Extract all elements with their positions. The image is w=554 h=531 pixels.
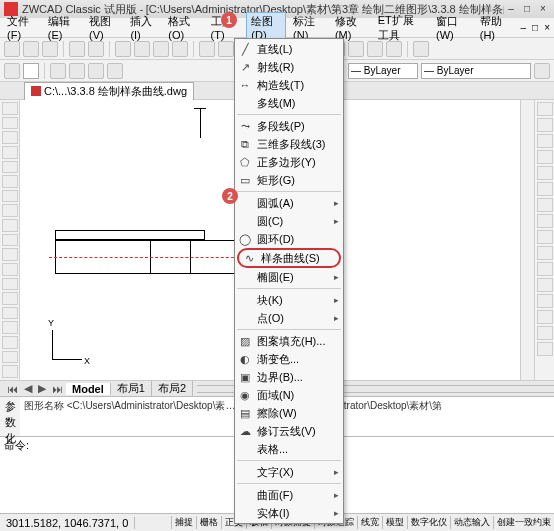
revcloud-icon[interactable] (2, 204, 18, 217)
status-mode-toggle[interactable]: 栅格 (196, 516, 221, 529)
point-icon[interactable] (2, 292, 18, 305)
print-icon[interactable] (69, 41, 85, 57)
menu-item[interactable]: 圆弧(A)▸ (235, 194, 343, 212)
rotate-icon[interactable] (537, 198, 553, 212)
status-mode-toggle[interactable]: 捕捉 (171, 516, 196, 529)
offset-icon[interactable] (537, 150, 553, 164)
menu-item[interactable]: 表格... (235, 440, 343, 458)
plot-icon[interactable] (107, 63, 123, 79)
extend-icon[interactable] (537, 262, 553, 276)
menu-item[interactable]: 点(O)▸ (235, 309, 343, 327)
menu-item[interactable]: ▭矩形(G) (235, 171, 343, 189)
rectangle-icon[interactable] (2, 161, 18, 174)
vscrollbar[interactable] (520, 100, 534, 380)
lweight-icon[interactable] (88, 63, 104, 79)
stretch-icon[interactable] (537, 230, 553, 244)
tab-nav-first[interactable]: ⏮ (4, 383, 21, 395)
menu-item[interactable]: ↔构造线(T) (235, 76, 343, 94)
designcenter-icon[interactable] (348, 41, 364, 57)
menu-item[interactable]: 多线(M) (235, 94, 343, 112)
linetype-combo[interactable]: — ByLayer (421, 63, 531, 79)
status-mode-toggle[interactable]: 线宽 (357, 516, 382, 529)
menu-item[interactable]: ↗射线(R) (235, 58, 343, 76)
menu-help[interactable]: 帮助(H) (475, 12, 515, 43)
preview-icon[interactable] (88, 41, 104, 57)
line-icon[interactable] (2, 102, 18, 115)
ellipsearc-icon[interactable] (2, 248, 18, 261)
menu-item[interactable]: 文字(X)▸ (235, 463, 343, 481)
menu-item[interactable]: 实体(I)▸ (235, 504, 343, 522)
menu-window[interactable]: 窗口(W) (431, 12, 473, 43)
color-icon[interactable] (50, 63, 66, 79)
arc-icon[interactable] (2, 175, 18, 188)
save-icon[interactable] (42, 41, 58, 57)
chamfer-icon[interactable] (537, 310, 553, 324)
ltype-icon[interactable] (69, 63, 85, 79)
new-icon[interactable] (4, 41, 20, 57)
tab-nav-prev[interactable]: ◀ (21, 382, 35, 395)
menu-item[interactable]: ⤳多段线(P) (235, 117, 343, 135)
copy-icon[interactable] (134, 41, 150, 57)
menu-view[interactable]: 视图(V) (84, 12, 123, 43)
fillet-icon[interactable] (537, 326, 553, 340)
array-icon[interactable] (537, 166, 553, 180)
block-icon[interactable] (2, 278, 18, 291)
status-mode-toggle[interactable]: 创建一致约束 (493, 516, 554, 529)
tab-nav-last[interactable]: ⏭ (49, 383, 66, 395)
pline-icon[interactable] (2, 131, 18, 144)
trim-icon[interactable] (537, 246, 553, 260)
menu-format[interactable]: 格式(O) (163, 12, 203, 43)
document-tab[interactable]: C:\...\3.3.8 绘制样条曲线.dwg (24, 82, 194, 100)
mdi-close[interactable]: × (542, 22, 552, 33)
menu-item[interactable]: ▤擦除(W) (235, 404, 343, 422)
break-icon[interactable] (537, 278, 553, 292)
table-icon[interactable] (2, 351, 18, 364)
insert-icon[interactable] (2, 263, 18, 276)
mdi-minimize[interactable]: – (519, 22, 529, 33)
mdi-restore[interactable]: □ (530, 22, 540, 33)
status-mode-toggle[interactable]: 模型 (382, 516, 407, 529)
tab-layout2[interactable]: 布局2 (152, 381, 193, 396)
menu-item[interactable]: ☁修订云线(V) (235, 422, 343, 440)
menu-item[interactable]: ▣边界(B)... (235, 368, 343, 386)
menu-item[interactable]: ◐渐变色... (235, 350, 343, 368)
menu-item[interactable]: ⬠正多边形(Y) (235, 153, 343, 171)
erase-icon[interactable] (537, 102, 553, 116)
redo-icon[interactable] (218, 41, 234, 57)
tab-layout1[interactable]: 布局1 (111, 381, 152, 396)
explode-icon[interactable] (537, 342, 553, 356)
paste-icon[interactable] (153, 41, 169, 57)
menu-item[interactable]: 曲面(F)▸ (235, 486, 343, 504)
menu-item[interactable]: ▨图案填充(H)... (235, 332, 343, 350)
menu-insert[interactable]: 插入(I) (125, 12, 161, 43)
maximize-button[interactable]: □ (520, 3, 534, 15)
calculator-icon[interactable] (386, 41, 402, 57)
menu-item[interactable]: ⧉三维多段线(3) (235, 135, 343, 153)
hatch-icon[interactable] (2, 307, 18, 320)
copy-obj-icon[interactable] (537, 118, 553, 132)
scale-icon[interactable] (537, 214, 553, 228)
close-button[interactable]: × (536, 3, 550, 15)
tab-nav-next[interactable]: ▶ (35, 382, 49, 395)
menu-item[interactable]: ∿样条曲线(S) (237, 248, 341, 268)
menu-item[interactable]: ◉面域(N) (235, 386, 343, 404)
move-icon[interactable] (537, 182, 553, 196)
help-icon[interactable] (413, 41, 429, 57)
mirror-icon[interactable] (537, 134, 553, 148)
bycolor-icon[interactable] (534, 63, 550, 79)
layer-state[interactable] (23, 63, 39, 79)
menu-item[interactable]: 圆(C)▸ (235, 212, 343, 230)
tab-model[interactable]: Model (66, 383, 111, 395)
menu-edit[interactable]: 编辑(E) (43, 12, 82, 43)
polygon-icon[interactable] (2, 146, 18, 159)
status-mode-toggle[interactable]: 动态输入 (450, 516, 493, 529)
status-mode-toggle[interactable]: 数字化仪 (407, 516, 450, 529)
circle-icon[interactable] (2, 190, 18, 203)
spline-icon[interactable] (2, 219, 18, 232)
gradient-icon[interactable] (2, 321, 18, 334)
menu-item[interactable]: 椭圆(E)▸ (235, 268, 343, 286)
xline-icon[interactable] (2, 117, 18, 130)
toolpalette-icon[interactable] (367, 41, 383, 57)
match-icon[interactable] (172, 41, 188, 57)
menu-file[interactable]: 文件(F) (2, 12, 41, 43)
